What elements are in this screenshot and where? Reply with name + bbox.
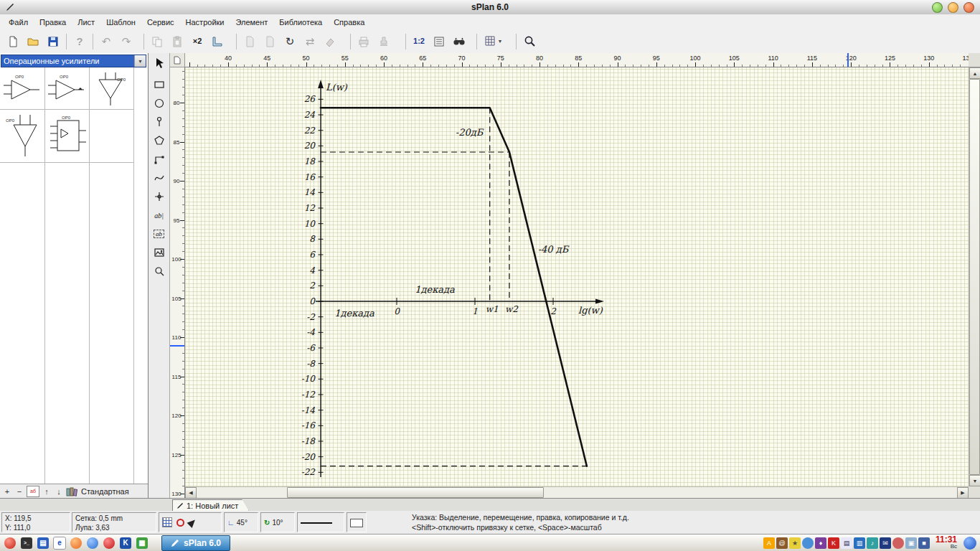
help-button[interactable]: ? [70, 32, 90, 52]
scroll-right-button[interactable]: ▶ [957, 487, 969, 499]
drawing-canvas[interactable]: 26242220181614121086420-2-4-6-8-10-12-14… [185, 67, 969, 486]
sheet-prev-button[interactable] [240, 32, 260, 52]
launcher-icon-8[interactable]: K [118, 536, 133, 550]
fill-style-box[interactable] [347, 512, 367, 532]
status-grid-icon[interactable] [162, 517, 172, 527]
title-bar[interactable]: sPlan 6.0 [0, 0, 980, 15]
taskbar-task-splan[interactable]: sPlan 6.0 [161, 535, 230, 551]
textbox-tool[interactable]: ab [151, 225, 168, 242]
copy-button[interactable] [147, 32, 167, 52]
tray-icon-4[interactable] [802, 537, 814, 549]
horizontal-scrollbar[interactable]: ◀ ▶ [185, 486, 969, 498]
library-item-opamp-4[interactable]: OP0 [4, 112, 44, 159]
launcher-icon-9[interactable]: ▦ [135, 536, 149, 550]
mirror-button[interactable]: ⇄ [300, 32, 320, 52]
library-item-opamp-3[interactable]: OP0 [91, 71, 131, 107]
launcher-icon-3[interactable]: ▤ [36, 536, 50, 550]
select-tool[interactable] [151, 55, 168, 72]
menu-item-0[interactable]: Файл [3, 16, 34, 29]
horizontal-scroll-thumb[interactable] [287, 487, 544, 498]
vertical-scrollbar[interactable]: ▲ ▼ [969, 67, 980, 486]
tray-icon-9[interactable]: ♪ [867, 537, 878, 549]
scroll-left-button[interactable]: ◀ [185, 487, 197, 499]
minimize-button[interactable] [932, 2, 943, 13]
library-move-up-button[interactable]: ↑ [42, 486, 52, 496]
print-button[interactable] [354, 32, 374, 52]
menu-item-3[interactable]: Шаблон [100, 16, 141, 29]
scroll-down-button[interactable]: ▼ [969, 475, 980, 486]
tray-icon-5[interactable]: ♦ [815, 537, 826, 549]
maximize-button[interactable] [948, 2, 958, 13]
find-button[interactable] [449, 32, 469, 52]
library-select[interactable]: Операционные усилители ▼ [1, 55, 146, 67]
save-file-button[interactable] [43, 32, 63, 52]
open-file-button[interactable] [23, 32, 43, 52]
tray-icon-7[interactable]: ▤ [841, 537, 852, 549]
launcher-icon-2[interactable]: >_ [19, 536, 34, 550]
menu-item-1[interactable]: Правка [34, 16, 72, 29]
library-item-ic[interactable]: OP0 [47, 113, 89, 158]
library-remove-button[interactable]: − [14, 486, 24, 496]
ruler-corner-button[interactable] [170, 53, 185, 67]
library-add-button[interactable]: + [2, 486, 12, 496]
tray-icon-12[interactable]: ▣ [905, 537, 917, 549]
list-button[interactable] [429, 32, 449, 52]
refresh-button[interactable]: ↻ [280, 32, 300, 52]
scale-x2-button[interactable]: ×2 [187, 32, 207, 52]
library-item-opamp-1[interactable]: OP0 [2, 72, 42, 105]
tray-icon-2[interactable]: @ [776, 537, 788, 549]
paste-button[interactable] [167, 32, 187, 52]
tray-icon-11[interactable] [892, 537, 904, 549]
status-pen-icon[interactable] [187, 517, 198, 528]
library-move-down-button[interactable]: ↓ [54, 486, 64, 496]
vertical-scroll-thumb[interactable] [969, 79, 980, 475]
grid-select-button[interactable]: ▼ [480, 32, 507, 52]
angle-box[interactable]: ∟45° [224, 512, 258, 532]
tray-icon-1[interactable]: A [763, 537, 775, 549]
menu-item-2[interactable]: Лист [72, 16, 100, 29]
library-rename-button[interactable]: аб [27, 486, 39, 497]
undo-button[interactable]: ↶ [96, 32, 116, 52]
menu-item-8[interactable]: Справка [328, 16, 370, 29]
stamp-button[interactable] [374, 32, 394, 52]
launcher-icon-4[interactable]: e [52, 536, 67, 550]
redo-button[interactable]: ↷ [116, 32, 136, 52]
menu-item-4[interactable]: Сервис [141, 16, 180, 29]
taskbar-clock[interactable]: 11:31 Вс [936, 536, 957, 550]
menu-item-5[interactable]: Настройки [180, 16, 230, 29]
erase-button[interactable] [320, 32, 340, 52]
status-snap-icon[interactable] [176, 519, 184, 527]
rectangle-tool[interactable] [151, 76, 168, 93]
tray-globe-icon[interactable] [963, 536, 977, 550]
sheet-next-button[interactable] [260, 32, 280, 52]
node-tool[interactable] [151, 188, 168, 205]
polygon-tool[interactable] [151, 132, 168, 149]
tray-icon-8[interactable]: ▥ [854, 537, 865, 549]
tray-icon-13[interactable]: ■ [918, 537, 930, 549]
pin-tool[interactable] [151, 113, 168, 131]
library-item-opamp-2[interactable]: OP0 [47, 72, 87, 105]
line-style-box[interactable] [297, 512, 344, 532]
launcher-icon-1[interactable] [3, 536, 17, 550]
zoom-button[interactable] [519, 32, 540, 52]
scale-1-2-button[interactable]: 1:2 [409, 32, 429, 52]
ellipse-tool[interactable] [151, 95, 168, 112]
launcher-icon-7[interactable] [102, 536, 116, 550]
scroll-up-button[interactable]: ▲ [969, 67, 980, 79]
text-tool[interactable]: ab| [151, 207, 168, 224]
close-button[interactable] [963, 2, 974, 13]
polyline-tool[interactable] [151, 151, 168, 168]
rotation-box[interactable]: ↻10° [260, 512, 295, 532]
launcher-icon-6[interactable] [85, 536, 100, 550]
measure-button[interactable] [207, 32, 227, 52]
curve-tool[interactable] [151, 169, 168, 187]
menu-item-6[interactable]: Элемент [230, 16, 273, 29]
combo-dropdown-icon[interactable]: ▼ [134, 55, 146, 67]
new-file-button[interactable] [3, 32, 23, 52]
tray-icon-10[interactable]: ✉ [880, 537, 891, 549]
launcher-icon-5[interactable] [69, 536, 83, 550]
image-tool[interactable] [151, 244, 168, 261]
menu-item-7[interactable]: Библиотека [273, 16, 328, 29]
tray-icon-3[interactable]: ★ [789, 537, 801, 549]
sheet-tab[interactable]: 1: Новый лист [172, 499, 249, 512]
